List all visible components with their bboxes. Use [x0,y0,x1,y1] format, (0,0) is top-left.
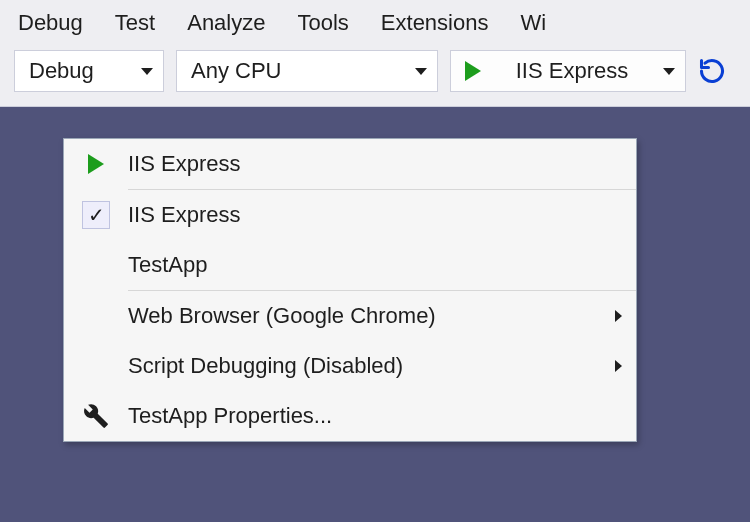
dropdown-item-profile-iis[interactable]: ✓ IIS Express [64,190,636,240]
run-target-dropdown: IIS Express ✓ IIS Express TestApp Web Br… [63,138,637,442]
menu-window[interactable]: Wi [520,10,546,36]
check-icon: ✓ [82,201,110,229]
dropdown-item-browser[interactable]: Web Browser (Google Chrome) [64,291,636,341]
menu-extensions[interactable]: Extensions [381,10,489,36]
dropdown-item-label: IIS Express [128,202,622,228]
menubar: Debug Test Analyze Tools Extensions Wi [0,0,750,50]
chevron-down-icon [141,68,153,75]
platform-combo[interactable]: Any CPU [176,50,438,92]
platform-value: Any CPU [191,58,281,84]
chevron-right-icon [615,360,622,372]
dropdown-item-script-debugging[interactable]: Script Debugging (Disabled) [64,341,636,391]
run-label: IIS Express [516,58,628,84]
dropdown-item-label: IIS Express [128,151,622,177]
menu-analyze[interactable]: Analyze [187,10,265,36]
dropdown-item-label: TestApp Properties... [128,403,622,429]
dropdown-item-profile-testapp[interactable]: TestApp [64,240,636,290]
refresh-icon[interactable] [698,57,726,85]
chevron-down-icon [415,68,427,75]
run-button[interactable]: IIS Express [450,50,686,92]
toolbar: Debug Any CPU IIS Express [0,50,750,106]
menu-tools[interactable]: Tools [297,10,348,36]
wrench-icon [83,403,109,429]
dropdown-item-label: Script Debugging (Disabled) [128,353,615,379]
dropdown-item-properties[interactable]: TestApp Properties... [64,391,636,441]
chevron-down-icon [663,68,675,75]
menu-debug[interactable]: Debug [18,10,83,36]
dropdown-item-label: TestApp [128,252,622,278]
dropdown-item-iis-primary[interactable]: IIS Express [64,139,636,189]
config-value: Debug [29,58,94,84]
play-icon [88,154,104,174]
chevron-right-icon [615,310,622,322]
play-icon [465,61,481,81]
menu-test[interactable]: Test [115,10,155,36]
config-combo[interactable]: Debug [14,50,164,92]
dropdown-item-label: Web Browser (Google Chrome) [128,303,615,329]
